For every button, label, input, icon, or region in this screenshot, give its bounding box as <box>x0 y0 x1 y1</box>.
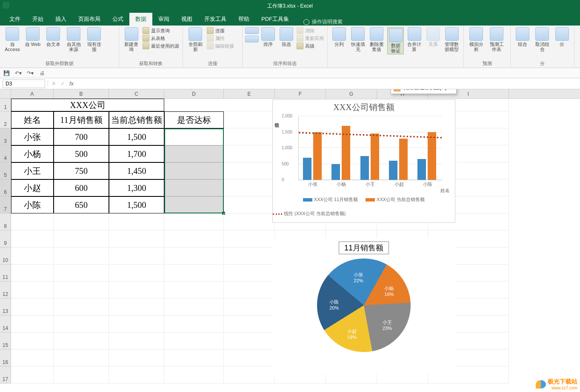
col-header-E[interactable]: E <box>224 89 275 98</box>
row-header[interactable]: 14 <box>0 315 11 332</box>
grid-cell[interactable] <box>224 179 275 196</box>
tab-review[interactable]: 审阅 <box>152 13 175 26</box>
tab-help[interactable]: 帮助 <box>232 13 255 26</box>
undo-icon[interactable]: ↶▾ <box>14 69 22 77</box>
from-access-button[interactable]: 自 Access <box>3 27 21 52</box>
tab-layout[interactable]: 页面布局 <box>72 13 106 26</box>
row-header[interactable]: 11 <box>0 264 11 281</box>
col-header-F[interactable]: F <box>275 89 326 98</box>
name-cell[interactable]: 小杨 <box>11 145 54 162</box>
grid-cell[interactable] <box>109 349 164 366</box>
new-query-button[interactable]: 新建查询 <box>123 27 140 52</box>
grid-cell[interactable] <box>224 145 275 162</box>
header-cell[interactable]: 姓名 <box>11 111 54 128</box>
grid-cell[interactable] <box>54 230 109 247</box>
grid-cell[interactable] <box>109 298 164 315</box>
grid-cell[interactable] <box>224 230 275 247</box>
grid-cell[interactable] <box>109 230 164 247</box>
print-preview-icon[interactable]: 🖨 <box>38 69 46 77</box>
redo-icon[interactable]: ↷▾ <box>26 69 34 77</box>
name-cell[interactable]: 小王 <box>11 162 54 179</box>
filter-button[interactable]: 筛选 <box>279 27 294 47</box>
name-cell[interactable]: 小陈 <box>11 196 54 213</box>
recent-sources-button[interactable]: 最近使用的源 <box>143 43 179 49</box>
existing-conn-button[interactable]: 现有连接 <box>85 27 103 52</box>
row-header[interactable]: 13 <box>0 298 11 315</box>
row-header[interactable]: 16 <box>0 349 11 366</box>
total-cell[interactable]: 1,300 <box>109 179 164 196</box>
remove-duplicates-button[interactable]: 删除重复值 <box>369 27 385 52</box>
total-cell[interactable]: 1,700 <box>109 145 164 162</box>
group-button[interactable]: 组合 <box>514 27 531 47</box>
tab-pdf[interactable]: PDF工具集 <box>255 13 295 26</box>
target-cell[interactable] <box>164 196 224 213</box>
grid-cell[interactable] <box>109 366 164 383</box>
grid-cell[interactable] <box>54 247 109 264</box>
bar-chart-embed[interactable]: XXX公司销售额 销售额 05001,0001,5002,000 小张小杨小王小… <box>272 99 455 223</box>
name-cell[interactable]: 小张 <box>11 128 54 145</box>
cancel-icon[interactable]: ✕ <box>51 80 56 87</box>
data-validation-button[interactable]: 数据验证 <box>387 27 404 54</box>
total-cell[interactable]: 1,450 <box>109 162 164 179</box>
grid-cell[interactable] <box>164 230 224 247</box>
grid-cell[interactable] <box>11 247 54 264</box>
reapply-button[interactable]: 重新应用 <box>297 35 324 42</box>
target-cell[interactable] <box>164 179 224 196</box>
row-header[interactable]: 9 <box>0 230 11 247</box>
grid-cell[interactable] <box>224 247 275 264</box>
target-cell[interactable] <box>164 162 224 179</box>
grid-cell[interactable] <box>11 298 54 315</box>
sort-button[interactable]: 排序 <box>260 27 276 47</box>
pie-chart-embed[interactable]: 11月销售额 小张22%小杨16%小王23%小赵19%小陈20% <box>272 238 455 374</box>
name-box[interactable] <box>3 80 45 88</box>
from-table-button[interactable]: 从表格 <box>143 35 179 42</box>
grid-cell[interactable] <box>224 349 275 366</box>
grid-cell[interactable] <box>109 247 164 264</box>
row-headers[interactable]: 1234567891011121314151617 <box>0 99 11 383</box>
forecast-sheet-button[interactable]: 预测工作表 <box>488 27 506 52</box>
formula-input[interactable] <box>77 80 580 88</box>
total-cell[interactable]: 1,500 <box>109 128 164 145</box>
header-cell[interactable]: 11月销售额 <box>54 111 109 128</box>
row-header[interactable]: 17 <box>0 366 11 383</box>
grid-cell[interactable] <box>54 213 109 230</box>
tab-dev[interactable]: 开发工具 <box>198 13 232 26</box>
nov-cell[interactable]: 750 <box>54 162 109 179</box>
grid-cell[interactable] <box>11 366 54 383</box>
nov-cell[interactable]: 600 <box>54 179 109 196</box>
col-header-G[interactable]: G <box>326 89 377 98</box>
grid-cell[interactable] <box>164 213 224 230</box>
row-header[interactable]: 5 <box>0 162 11 179</box>
tell-me-search[interactable]: 操作说明搜索 <box>303 18 343 26</box>
target-cell[interactable] <box>164 128 224 145</box>
col-header-D[interactable]: D <box>164 89 224 98</box>
grid-cell[interactable] <box>109 281 164 298</box>
grid-cell[interactable] <box>224 196 275 213</box>
grid-cell[interactable] <box>224 366 275 383</box>
clear-filter-button[interactable]: 清除 <box>297 27 324 34</box>
what-if-button[interactable]: 模拟分析 <box>467 27 485 52</box>
consolidate-button[interactable]: 合并计算 <box>406 27 423 52</box>
grid-cell[interactable] <box>54 315 109 332</box>
grid-cell[interactable] <box>54 332 109 349</box>
grid-cell[interactable] <box>11 213 54 230</box>
grid-cell[interactable] <box>109 332 164 349</box>
connections-button[interactable]: 连接 <box>207 27 234 34</box>
row-header[interactable]: 12 <box>0 281 11 298</box>
grid-cell[interactable] <box>11 230 54 247</box>
save-icon[interactable]: 💾 <box>3 69 10 77</box>
qat-icon[interactable] <box>3 2 9 9</box>
row-header[interactable]: 8 <box>0 213 11 230</box>
grid-cell[interactable] <box>11 315 54 332</box>
grid-cell[interactable] <box>164 315 224 332</box>
tab-data[interactable]: 数据 <box>129 13 152 26</box>
row-header[interactable]: 1 <box>0 99 11 111</box>
tab-home[interactable]: 开始 <box>26 13 49 26</box>
text-to-columns-button[interactable]: 分列 <box>331 27 347 47</box>
grid-cell[interactable] <box>224 298 275 315</box>
row-header[interactable]: 2 <box>0 111 11 128</box>
from-other-button[interactable]: 自其他来源 <box>65 27 83 52</box>
relations-button[interactable]: 关系 <box>425 27 441 47</box>
grid-cell[interactable] <box>164 332 224 349</box>
properties-button[interactable]: 属性 <box>207 35 234 42</box>
